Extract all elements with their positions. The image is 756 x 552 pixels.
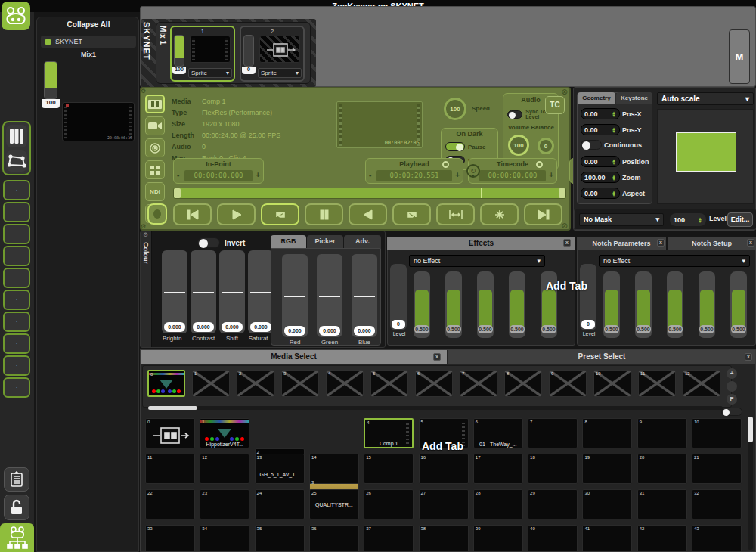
preset-slot[interactable]	[3, 180, 30, 200]
film-icon[interactable]	[145, 95, 165, 113]
continuous-toggle[interactable]	[581, 140, 602, 150]
contrast-slider[interactable]: 0.000Contrast	[191, 250, 216, 333]
media-cell-6[interactable]: 601 - TheWay_...	[473, 418, 523, 448]
tab-rgb[interactable]: RGB	[271, 235, 306, 248]
preset-slot[interactable]	[3, 290, 30, 310]
media-cell-14[interactable]: 14	[309, 454, 359, 484]
output-active-button[interactable]	[147, 203, 167, 225]
pos-y-spinner[interactable]: 0.00▲▼	[581, 124, 620, 135]
media-cell-40[interactable]: 40	[528, 525, 578, 551]
gear-icon[interactable]: ⚙	[141, 223, 146, 230]
media-cell-10[interactable]: 10	[692, 418, 742, 448]
play-button[interactable]	[217, 203, 256, 225]
media-cell-33[interactable]: 33	[145, 525, 195, 551]
ndi-button[interactable]: NDI	[145, 182, 165, 201]
record-indicator-icon[interactable]	[442, 161, 449, 168]
keystone-icon[interactable]	[6, 150, 27, 172]
pause-toggle[interactable]	[445, 142, 465, 151]
tab-notch-parameters[interactable]: Notch Parameters x	[577, 237, 666, 250]
skip-end-button[interactable]	[524, 203, 562, 225]
speed-knob[interactable]: 100	[444, 98, 466, 120]
autoscale-dropdown[interactable]: Auto scale▾	[657, 92, 754, 105]
media-cell-31[interactable]: 31	[637, 489, 687, 519]
notch-slider-4[interactable]: 0.500	[699, 271, 715, 338]
red-slider[interactable]: 0.000Red	[282, 254, 308, 337]
media-preview[interactable]: 00:00:02:05	[336, 101, 423, 148]
bank-cell-5[interactable]: 5	[370, 370, 408, 397]
bank-cell-2[interactable]: 2	[237, 370, 274, 397]
notch-slider-3[interactable]: 0.500	[667, 271, 683, 338]
bank-hscrollbar[interactable]	[148, 406, 723, 410]
media-cell-35[interactable]: 35	[255, 525, 305, 551]
pos-x-spinner[interactable]: 0.00▲▼	[581, 108, 620, 119]
hippo-logo-icon[interactable]	[2, 2, 30, 30]
media-cell-0[interactable]: 0	[145, 418, 195, 448]
master-button[interactable]: M	[729, 29, 750, 84]
colour-panel-tag[interactable]: ⚙ Colour	[141, 231, 152, 347]
sync-to-level-toggle[interactable]	[507, 110, 522, 119]
shift-slider[interactable]: 0.000Shift	[219, 250, 245, 333]
media-cell-27[interactable]: 27	[419, 489, 469, 519]
sidebar-host-row[interactable]: SKYNET	[41, 36, 136, 48]
preset-slot[interactable]	[3, 312, 30, 332]
bank-cell-12[interactable]: 12	[683, 370, 720, 397]
hippo-network-icon[interactable]	[0, 523, 34, 552]
loop-reverse-button[interactable]	[392, 203, 431, 225]
unlock-icon[interactable]	[4, 495, 29, 520]
bank-cell-11[interactable]: 11	[638, 370, 676, 397]
tab-geometry[interactable]: Geometry	[578, 92, 615, 104]
gear-icon[interactable]: ⚙	[141, 88, 146, 95]
timecode-value[interactable]: 00:00:00.000	[479, 170, 546, 181]
loop-button[interactable]	[261, 203, 299, 225]
media-cell-19[interactable]: 19	[582, 454, 632, 484]
notch-slider-1[interactable]: 0.500	[603, 271, 620, 338]
media-cell-12[interactable]: 12	[200, 454, 249, 484]
close-icon[interactable]: ⊗	[562, 88, 568, 96]
in-point-minus-button[interactable]: -	[177, 171, 179, 179]
media-cell-32[interactable]: 32	[692, 489, 742, 519]
media-cell-7[interactable]: 7	[528, 418, 578, 448]
media-cell-37[interactable]: 37	[364, 525, 414, 551]
timecode-plus-button[interactable]: +	[549, 171, 553, 179]
notch-slider-2[interactable]: 0.500	[635, 271, 652, 338]
media-cell-34[interactable]: 34	[200, 525, 249, 551]
blue-slider[interactable]: 0.000Blue	[352, 254, 377, 337]
effect-dropdown[interactable]: no Effect▾	[409, 255, 545, 267]
mix-layer-1[interactable]: 1100Sprite▾	[170, 26, 235, 82]
bank-remove-button[interactable]: −	[727, 381, 737, 392]
media-cell-24[interactable]: 24	[255, 489, 305, 519]
bank-cell-10[interactable]: 10	[593, 370, 631, 397]
preset-slot[interactable]	[3, 268, 30, 288]
bank-cell-3[interactable]: 3	[281, 370, 319, 397]
bank-toggle[interactable]	[721, 408, 742, 416]
media-cell-23[interactable]: 23	[200, 489, 249, 519]
media-cell-9[interactable]: 9	[637, 418, 687, 448]
bank-cell-0[interactable]: 0	[147, 370, 185, 397]
close-icon[interactable]: x	[563, 239, 571, 247]
mask-dropdown[interactable]: No Mask▾	[579, 213, 664, 226]
pixelmap-icon[interactable]	[145, 160, 165, 179]
effect-slider-1[interactable]: 0.500	[414, 271, 430, 338]
bank-cell-6[interactable]: 6	[415, 370, 453, 397]
aspect-spinner[interactable]: 0.00▲▼	[581, 188, 620, 199]
media-cell-41[interactable]: 41	[582, 525, 632, 551]
preset-slot[interactable]	[3, 224, 30, 244]
preset-slot[interactable]	[3, 246, 30, 266]
preset-slot[interactable]	[3, 333, 30, 354]
playhead-value[interactable]: 00:00:20.551	[376, 170, 452, 181]
notch-effect-dropdown[interactable]: no Effect▾	[599, 255, 750, 267]
brightn-slider[interactable]: 0.000Brightn...	[162, 250, 187, 333]
preset-slot[interactable]	[3, 377, 30, 398]
media-cell-30[interactable]: 30	[582, 489, 632, 519]
media-cell-11[interactable]: 11	[145, 454, 195, 484]
tab-notch-setup[interactable]: Notch Setup x	[668, 237, 756, 250]
in-point-value[interactable]: 00:00:00.000	[184, 170, 253, 181]
camera-icon[interactable]	[145, 116, 165, 135]
invert-toggle[interactable]	[197, 237, 220, 248]
bank-cell-7[interactable]: 7	[460, 370, 497, 397]
media-cell-43[interactable]: 43	[692, 525, 742, 551]
mask-edit-button[interactable]: Edit...	[727, 212, 753, 227]
collapse-all-button[interactable]: Collapse All	[37, 20, 140, 29]
effect-slider-2[interactable]: 0.500	[445, 271, 462, 338]
green-slider[interactable]: 0.000Green	[317, 254, 342, 337]
